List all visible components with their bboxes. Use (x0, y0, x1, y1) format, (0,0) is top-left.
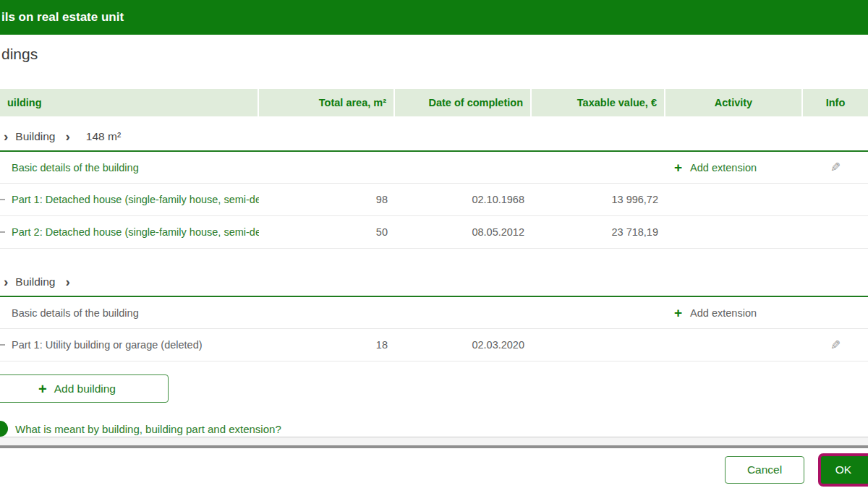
help-icon (0, 421, 8, 437)
basic-details-label: Basic details of the building (0, 307, 665, 319)
building-group-label: Building (15, 130, 55, 143)
dash-icon (0, 231, 5, 233)
column-header-activity: Activity (665, 89, 803, 116)
info-cell: ✎ (803, 160, 868, 175)
part-completion-date: 02.10.1968 (395, 194, 532, 205)
building-group-label: Building (15, 275, 55, 288)
cancel-button[interactable]: Cancel (725, 456, 804, 484)
chevron-right-icon: › (65, 275, 69, 288)
ok-button[interactable]: OK (821, 456, 868, 484)
column-header-date-of-completion: Date of completion (395, 89, 532, 116)
plus-icon: + (674, 306, 682, 320)
building-part-row: Part 2: Detached house (single-family ho… (0, 216, 868, 249)
chevron-right-icon: › (65, 129, 69, 143)
plus-icon: + (38, 382, 47, 396)
part-taxable-value: 13 996,72 (532, 194, 665, 205)
part-link[interactable]: Part 2: Detached house (single-family ho… (12, 226, 259, 238)
dash-icon (0, 199, 5, 200)
column-header-info: Info (803, 89, 868, 116)
part-name-cell: Part 2: Detached house (single-family ho… (0, 226, 259, 238)
building-group-row-2[interactable]: › Building › (0, 268, 868, 297)
part-link[interactable]: Part 1: Detached house (single-family ho… (12, 194, 259, 205)
chevron-right-icon[interactable]: › (4, 275, 8, 288)
add-extension-button[interactable]: + Add extension (665, 160, 803, 174)
add-extension-label: Add extension (690, 307, 757, 319)
add-extension-label: Add extension (690, 162, 757, 174)
part-total-area: 18 (259, 339, 395, 351)
ok-button-focus-ring: OK (818, 453, 868, 487)
table-header: uilding Total area, m² Date of completio… (0, 89, 868, 116)
part-completion-date: 02.03.2020 (395, 339, 532, 351)
chevron-right-icon[interactable]: › (4, 129, 8, 143)
pencil-icon[interactable]: ✎ (830, 160, 841, 175)
plus-icon: + (674, 160, 682, 174)
part-label: Part 1: Utility building or garage (dele… (12, 339, 203, 351)
help-link[interactable]: What is meant by building, building part… (15, 423, 281, 435)
dash-icon (0, 344, 5, 346)
info-cell: ✎ (803, 338, 868, 353)
add-building-button[interactable]: + Add building (0, 374, 169, 403)
building-group-area: 148 m² (86, 130, 121, 143)
page-title: dings (0, 35, 868, 69)
basic-details-link[interactable]: Basic details of the building (0, 162, 665, 174)
building-group-row-1[interactable]: › Building › 148 m² (0, 123, 868, 152)
basic-details-row-1: Basic details of the building + Add exte… (0, 152, 868, 184)
part-name-cell: Part 1: Detached house (single-family ho… (0, 194, 259, 205)
part-total-area: 50 (259, 226, 395, 238)
dialog-footer: Cancel OK (0, 448, 868, 488)
part-total-area: 98 (259, 194, 395, 205)
part-taxable-value: 23 718,19 (532, 226, 665, 238)
column-header-total-area: Total area, m² (259, 89, 395, 116)
dialog-header: ils on real estate unit (0, 0, 868, 35)
dialog-title: ils on real estate unit (0, 10, 124, 25)
building-part-row: Part 1: Detached house (single-family ho… (0, 184, 868, 216)
basic-details-row-2: Basic details of the building + Add exte… (0, 297, 868, 329)
add-extension-button[interactable]: + Add extension (665, 306, 803, 320)
help-row: What is meant by building, building part… (0, 421, 868, 437)
pencil-icon[interactable]: ✎ (830, 338, 841, 353)
part-name-cell: Part 1: Utility building or garage (dele… (0, 339, 259, 351)
add-building-label: Add building (54, 382, 116, 395)
column-header-taxable-value: Taxable value, € (532, 89, 665, 116)
part-completion-date: 08.05.2012 (395, 226, 532, 238)
column-header-building: uilding (0, 89, 259, 116)
building-part-row: Part 1: Utility building or garage (dele… (0, 329, 868, 361)
